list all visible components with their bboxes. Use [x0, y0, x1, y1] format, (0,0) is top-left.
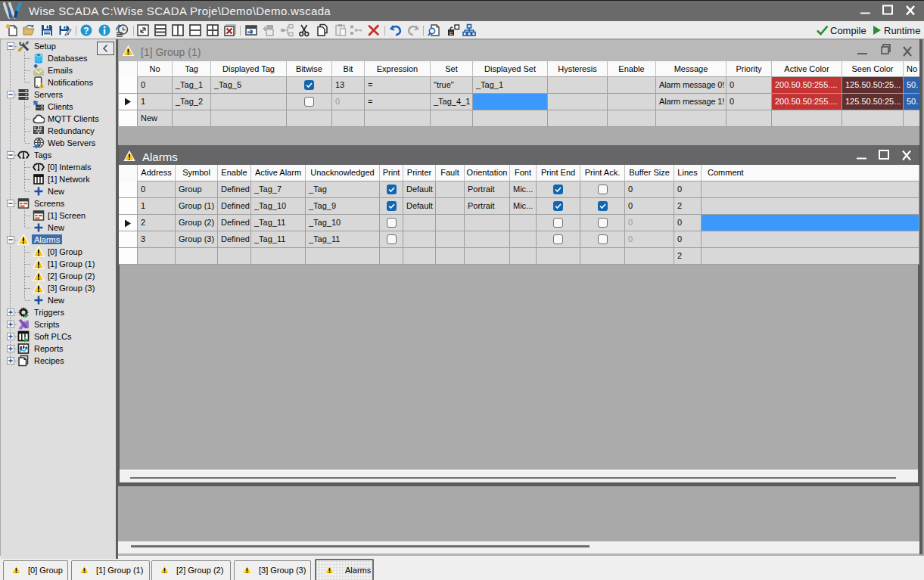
svg-text:c: c — [450, 29, 453, 36]
svg-text:?: ? — [83, 26, 89, 36]
